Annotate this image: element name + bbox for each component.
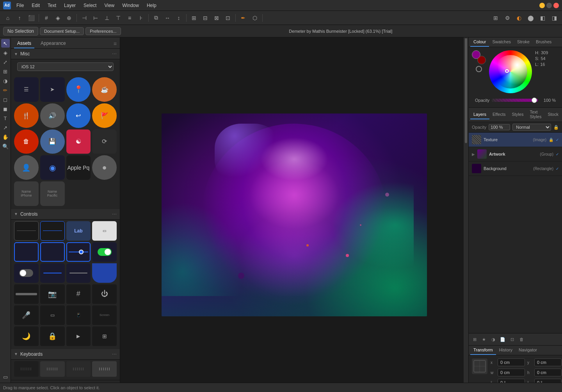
layers-duplicate[interactable]: ⊡ [508,335,516,344]
control-grid4[interactable]: ⊞ [92,326,117,346]
layers-opacity-input[interactable] [489,124,510,130]
minimize-button[interactable] [539,3,545,8]
toolbar-align-b[interactable]: ⊦ [135,12,146,23]
control-blue-line[interactable] [40,263,65,283]
symbol-location[interactable]: 📍 [66,77,91,102]
layers-add-fx[interactable]: ★ [480,335,488,344]
toolbar-align-m[interactable]: ≡ [124,12,135,23]
toolbar-snap-point[interactable]: ◈ [52,12,63,23]
toolbar-align-l[interactable]: ⊣ [79,12,90,23]
toolbar-bool-int[interactable]: ⊠ [211,12,222,23]
document-setup-button[interactable]: Document Setup... [40,27,84,35]
control-screen2[interactable]: ▭ [40,305,65,325]
control-power[interactable]: ⏻ [92,284,117,304]
toolbar-ui-left[interactable]: ◧ [537,12,548,23]
toolbar-align-c[interactable]: ⊢ [90,12,101,23]
menu-window[interactable]: Window [120,2,141,9]
control-media-player[interactable]: ▶ [66,326,91,346]
tab-appearance[interactable]: Appearance [37,39,69,48]
tool-callout[interactable]: ↗ [1,123,10,132]
menu-file[interactable]: File [14,2,26,9]
tab-text-styles[interactable]: Text Styles [526,108,544,122]
layers-mask[interactable]: ◑ [489,335,498,344]
symbol-fingerprint[interactable]: ☯ [66,129,91,154]
toolbar-pen[interactable]: ✒ [238,12,249,23]
symbol-arrow[interactable]: ➤ [40,77,65,102]
control-blue-shape[interactable] [92,263,117,283]
control-toggle-off[interactable] [14,263,39,283]
tool-erase[interactable]: ◻ [1,95,10,104]
toolbar-flip-h[interactable]: ↔ [162,12,173,23]
tool-gradient[interactable]: ◑ [1,76,10,85]
tool-type[interactable]: T [1,114,10,122]
layer-background[interactable]: Background (Rectangle) ✓ [469,161,562,176]
toolbar-snap-guide[interactable]: ⊕ [64,12,75,23]
blend-mode-select[interactable]: Normal [512,124,551,131]
tab-swatches[interactable]: Swatches [489,37,514,47]
misc-options[interactable]: ⋯ [112,51,117,57]
control-text-button[interactable] [14,284,39,304]
symbol-list[interactable]: ☰ [14,77,39,102]
control-camera[interactable]: 📷 [40,284,65,304]
toolbar-snap-grid[interactable]: # [41,12,52,23]
layer-vis-background[interactable]: ✓ [556,167,559,171]
toolbar-flip-v[interactable]: ↕ [173,12,184,23]
symbol-circle-blue[interactable]: ◉ [40,155,65,180]
restore-button[interactable] [546,3,552,8]
colour-wheel-cursor[interactable] [505,69,509,73]
canvas-scrollbar-vertical[interactable] [464,37,468,387]
tool-transform[interactable]: ⤢ [1,58,10,66]
tab-history[interactable]: History [496,346,516,355]
transform-x-input[interactable] [498,358,525,366]
symbol-circle-gray[interactable]: ● [92,155,117,180]
toolbar-view-colour[interactable]: ◐ [514,12,525,23]
menu-help[interactable]: Help [144,2,159,9]
toolbar-arrange[interactable]: ⧉ [151,12,162,23]
symbol-reply[interactable]: ↩ [66,103,91,128]
keyboard-light[interactable] [40,361,65,377]
keyboard-gray[interactable] [66,361,91,377]
canvas-area[interactable]: ◀ ▶ [120,37,468,392]
symbol-delete[interactable]: 🗑 [14,129,39,154]
tab-brushes[interactable]: Brushes [533,37,555,47]
ios-version-select[interactable]: iOS 12 [17,62,114,71]
control-mic[interactable]: 🎤 [14,305,39,325]
control-slider-control[interactable] [66,242,91,262]
preferences-button[interactable]: Preferences... [85,27,121,35]
tab-layers[interactable]: Layers [470,110,489,119]
layer-lock-texture[interactable]: 🔒 [549,138,553,142]
toolbar-bool-sub[interactable]: ⊟ [200,12,211,23]
layer-vis-artwork[interactable]: ✓ [556,152,559,156]
toolbar-align-r[interactable]: ⊥ [101,12,112,23]
transform-y-input[interactable] [534,358,562,366]
tool-zoom-tool[interactable]: 🔍 [1,142,10,151]
tab-colour[interactable]: Colour [470,37,489,47]
control-calc[interactable]: # [66,284,91,304]
control-textfield-1[interactable] [14,221,39,241]
tool-node[interactable]: ◈ [1,48,10,57]
menu-text[interactable]: Text [45,2,59,9]
layer-artwork[interactable]: ▶ Artwork (Group) ✓ [469,147,562,161]
tab-stock[interactable]: Stock [544,110,562,119]
symbol-apple[interactable]: Apple Pq [66,155,91,180]
opacity-thumb[interactable] [532,98,537,103]
controls-options[interactable]: ⋯ [112,211,117,217]
opacity-slider[interactable] [492,99,538,102]
toolbar-view-snapping[interactable]: ⊞ [490,12,501,23]
control-blue-border[interactable] [14,242,39,262]
assets-menu-btn[interactable]: ≡ [114,41,117,47]
control-textfield-2[interactable] [40,221,65,241]
control-lab-button[interactable]: Lab [66,221,91,241]
control-gray-line[interactable] [66,263,91,283]
tool-paint[interactable]: ✏ [1,86,10,94]
transform-w-input[interactable] [498,369,525,376]
control-blue-border-2[interactable] [40,242,65,262]
misc-arrow[interactable]: ▼ [14,52,18,56]
layers-lock-icon[interactable]: 🔒 [553,125,559,130]
menu-view[interactable]: View [102,2,117,9]
toolbar-share[interactable]: ↑ [14,12,25,23]
symbol-flag[interactable]: 🚩 [92,103,117,128]
scroll-thumb-vertical[interactable] [465,38,467,143]
control-toggle[interactable] [92,242,117,262]
layers-add-file[interactable]: 📄 [498,335,507,344]
